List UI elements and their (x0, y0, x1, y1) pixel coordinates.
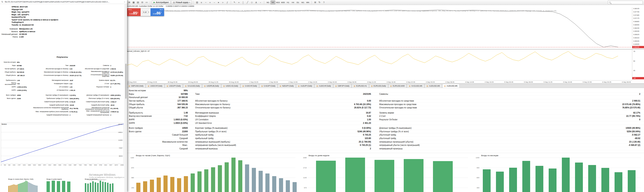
volume-input[interactable] (142, 11, 148, 14)
tester-value: -5 562.27 (503, 134, 644, 136)
candles-view-icon[interactable]: ▥ (195, 0, 199, 4)
sell-button[interactable]: SELL 0.66856 (127, 8, 140, 16)
line-view-icon[interactable]: ~ (204, 0, 208, 4)
shapes-icon[interactable]: ◇ (250, 0, 254, 4)
tester-cell-text: 647486 (181, 93, 188, 95)
chart-tab[interactable]: ▥USDRUB,Daily (202, 84, 221, 88)
chart-tab[interactable]: ▥CADJPY,Daily (259, 84, 277, 88)
zoom-in-icon[interactable]: + (208, 0, 212, 4)
entry-bar (496, 172, 504, 192)
chart-tab-icon: ▥ (129, 85, 130, 87)
tester-label: Коэффициент Шарпа (188, 115, 303, 117)
y-tick-label: 870 (131, 167, 134, 168)
algo-trading-button[interactable]: Алготрейдинг (152, 0, 171, 4)
new-order-button[interactable]: ▤ Новый ордер ▾ (171, 0, 192, 4)
navigator-icon[interactable]: ⊟ (140, 0, 144, 4)
tester-value: 21000 (165, 130, 188, 133)
chart-tab[interactable]: ▥XAUUSD,Daily (183, 84, 202, 88)
profiles-icon[interactable]: ▦ (132, 0, 136, 4)
time-label: 30 Aug 06:05 (188, 81, 198, 83)
zoom-out-icon[interactable]: − (212, 0, 216, 4)
tester-cell-text: 1.0003 (0.03%) (174, 122, 188, 124)
refresh-icon[interactable]: ↻ (318, 0, 322, 4)
tester-cell-text: 10 000.00 (179, 96, 188, 98)
chart-tab[interactable]: ▥AUDUSD,M5 (424, 84, 442, 88)
entry-bar (112, 183, 114, 192)
y-tick-label: 148814 (118, 132, 122, 133)
chart-tabs: ▥GBPUSD,Daily▥USDCHF,Daily▥USDJPY,Daily▥… (126, 84, 644, 88)
chart-tab[interactable]: ▥USDCHF,Daily (146, 84, 164, 88)
chart-tab[interactable]: ▥USDJPY,Daily (165, 84, 183, 88)
stats-value: -5 562.27 (110, 101, 124, 102)
chart-tab[interactable]: ▥CADCHF,Daily (240, 84, 259, 88)
tester-label: убыточный трейд (371, 134, 503, 136)
chart-tab[interactable]: ▥NZDJPY,Daily (278, 84, 296, 88)
chart-tab[interactable]: ▥GBPUSD,Daily (126, 84, 146, 88)
help-icon[interactable]: ? (322, 0, 326, 4)
time-axis: 29 Aug 202429 Aug 19:2530 Aug 00:4530 Au… (126, 80, 632, 84)
tester-value: 10 000.00 (165, 96, 188, 98)
volume-down-icon[interactable]: ▼ (148, 12, 149, 13)
buy-button[interactable]: BUY 0.66867 (150, 8, 164, 16)
chart-tab[interactable]: ▥AUDUSD,M5 (442, 84, 460, 88)
y-tick-label: 1200 (476, 157, 480, 159)
toolbox-icon[interactable]: ▭ (144, 0, 149, 4)
windows-activation-watermark: Активация Windows Чтобы активировать Win… (89, 173, 124, 181)
timeframe-h1[interactable]: H1 (286, 0, 290, 4)
chart-tab[interactable]: ▥AUDJPY,Daily (296, 84, 314, 88)
timeframe-h4[interactable]: H4 (290, 0, 295, 4)
chart-title: AUDUSD,M5: Australian Dollar vs US Dolla… (127, 5, 194, 7)
text-tool-icon[interactable]: A (254, 0, 258, 4)
timeframe-w1[interactable]: W1 (300, 0, 305, 4)
chart-tab[interactable]: ▥GBPJPY,Daily (333, 84, 352, 88)
tester-cell-text: Бары (129, 93, 134, 95)
stats-label: Фактор восстановления: (0, 82, 16, 85)
search-input[interactable] (612, 2, 642, 4)
stats-label: Символы: (84, 65, 110, 66)
tester-label: прибыльный трейд (188, 137, 303, 140)
stats-label: Максимальная просадка по балансу: (28, 71, 69, 73)
time-label: 4 Sep 08:45 (446, 81, 454, 83)
price-scale-label: 0.66865 (633, 20, 644, 22)
address-url[interactable]: file:///C:/EA%20ТОРГОВЛЯ%20С%20ПРЕДЕЛАМИ… (5, 1, 122, 3)
trendline-icon[interactable]: ╱ (246, 0, 250, 4)
chart-tab[interactable]: ▥AUDCHF,Daily (314, 84, 333, 88)
tile-windows-icon[interactable]: ⊞ (313, 0, 317, 4)
reload-icon[interactable]: ↻ (2, 1, 3, 3)
balance-legend: Баланс (2, 124, 7, 125)
chart-tab[interactable]: ▥EURUSD,M30 (388, 84, 407, 88)
chart-tab-label: EURUSD,M30 (392, 85, 404, 87)
stats-label: Общий убыток: (0, 74, 16, 76)
browser-scrollbar[interactable] (124, 4, 127, 192)
timeframe-mn[interactable]: MN (305, 0, 310, 4)
chart-shift-icon[interactable]: ▹ (221, 0, 225, 4)
stats-spacer (0, 77, 124, 79)
bookmark-star-icon[interactable]: ☆ (124, 1, 126, 3)
indicators-icon[interactable]: ƒ (225, 0, 229, 4)
timeframe-m30[interactable]: M30 (280, 0, 286, 4)
crosshair-icon[interactable]: + (237, 0, 241, 4)
y-tick-label: 74967 (119, 147, 122, 149)
scrollbar-thumb[interactable] (125, 64, 126, 99)
stats-value: -69.92 (110, 104, 124, 106)
chart-tab-label: AUDUSD,M5 (429, 85, 440, 87)
chart-tab[interactable]: ▥XAGUSD,M5 (407, 84, 424, 88)
new-chart-icon[interactable]: ⊞ (127, 0, 131, 4)
timeframe-m15[interactable]: M15 (276, 0, 280, 4)
vertical-line-icon[interactable]: │ (241, 0, 245, 4)
toolbar-search[interactable] (608, 0, 643, 4)
market-watch-icon[interactable]: ▤ (136, 0, 140, 4)
chart-tab[interactable]: ▥USDCAD,Daily (221, 84, 240, 88)
bars-view-icon[interactable]: ≡ (199, 0, 204, 4)
objects-list-icon[interactable]: ▫ (258, 0, 262, 4)
tester-row: Общая прибыль544 535.06Максимальная прос… (126, 102, 644, 106)
timeframe-m1[interactable]: M1 (266, 0, 270, 4)
auto-scroll-icon[interactable]: ▸ (216, 0, 221, 4)
timeframe-m5[interactable]: M5 (270, 0, 275, 4)
cursor-icon[interactable]: ↖ (232, 0, 236, 4)
play-icon (154, 2, 155, 3)
chart-tab[interactable]: ▥EURUSD,Daily (369, 84, 388, 88)
timeframe-d1[interactable]: D1 (296, 0, 300, 4)
chart-tab[interactable]: ▥EURUSD,H1 (352, 84, 369, 88)
tester-value: 16.87 (303, 112, 371, 114)
